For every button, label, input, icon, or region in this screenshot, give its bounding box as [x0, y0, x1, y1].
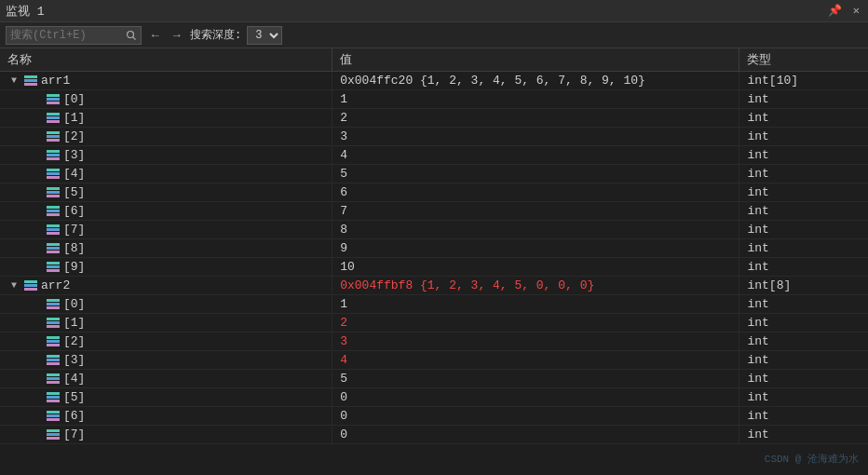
value-cell[interactable]: 0x004ffbf8 {1, 2, 3, 4, 5, 0, 0, 0} [332, 277, 739, 295]
name-cell: [0] [0, 90, 332, 109]
array-stack-icon [47, 317, 60, 330]
type-cell: int [739, 221, 868, 239]
type-cell: int [739, 183, 868, 202]
variable-name: [6] [63, 204, 85, 218]
type-cell: int [739, 90, 868, 109]
table-header-row: 名称 值 类型 [0, 48, 868, 72]
array-stack-icon [47, 354, 60, 367]
depth-select[interactable]: 3 1 2 4 5 [247, 26, 282, 45]
type-cell: int [739, 388, 868, 407]
type-cell: int [739, 407, 868, 426]
type-cell: int [739, 351, 868, 370]
value-cell[interactable]: 9 [332, 239, 739, 258]
array-stack-icon [47, 224, 60, 237]
name-cell: [2] [0, 128, 332, 146]
forward-button[interactable]: → [169, 28, 184, 42]
title-bar: 监视 1 📌 ✕ [0, 0, 868, 22]
type-cell: int [739, 314, 868, 332]
variable-name: [6] [63, 409, 85, 423]
name-cell: ▼arr1 [0, 72, 332, 90]
array-stack-icon [47, 168, 60, 181]
variable-name: [2] [63, 334, 85, 348]
expand-icon[interactable]: ▼ [11, 75, 20, 86]
back-button[interactable]: ← [147, 28, 163, 42]
value-cell[interactable]: 5 [332, 165, 739, 183]
close-button[interactable]: ✕ [850, 4, 862, 18]
expand-icon[interactable]: ▼ [11, 280, 20, 291]
value-cell[interactable]: 1 [332, 90, 739, 109]
value-cell[interactable]: 2 [332, 314, 739, 332]
value-cell[interactable]: 8 [332, 221, 739, 239]
value-cell[interactable]: 0 [332, 426, 739, 444]
name-cell: [5] [0, 388, 332, 407]
name-cell: [6] [0, 407, 332, 426]
watch-table-container[interactable]: 名称 值 类型 ▼arr10x004ffc20 {1, 2, 3, 4, 5, … [0, 48, 868, 475]
table-row: [9]10int [0, 258, 868, 277]
table-row: ▼arr10x004ffc20 {1, 2, 3, 4, 5, 6, 7, 8,… [0, 72, 868, 90]
variable-name: [7] [63, 428, 85, 441]
type-cell: int [739, 146, 868, 165]
value-cell[interactable]: 3 [332, 332, 739, 351]
value-cell[interactable]: 7 [332, 202, 739, 221]
name-cell: [0] [0, 295, 332, 314]
variable-name: [2] [63, 129, 85, 143]
table-row: [4]5int [0, 165, 868, 183]
name-cell: [4] [0, 165, 332, 183]
table-row: [4]5int [0, 370, 868, 388]
name-cell: [3] [0, 351, 332, 370]
type-cell: int[8] [739, 277, 868, 295]
array-stack-icon [47, 410, 60, 423]
pin-button[interactable]: 📌 [825, 4, 845, 18]
value-cell[interactable]: 5 [332, 370, 739, 388]
value-cell[interactable]: 0x004ffc20 {1, 2, 3, 4, 5, 6, 7, 8, 9, 1… [332, 72, 739, 90]
name-cell: [2] [0, 332, 332, 351]
depth-label: 搜索深度: [190, 27, 241, 43]
type-cell: int[10] [739, 72, 868, 90]
table-row: [2]3int [0, 332, 868, 351]
type-cell: int [739, 239, 868, 258]
name-cell: [5] [0, 183, 332, 202]
search-input[interactable] [10, 29, 122, 42]
variable-name: [5] [63, 390, 85, 404]
variable-name: [3] [63, 353, 85, 367]
toolbar: ← → 搜索深度: 3 1 2 4 5 [0, 22, 868, 48]
name-cell: [7] [0, 221, 332, 239]
watermark: CSDN @ 沧海难为水 [765, 452, 859, 466]
variable-name: [0] [63, 297, 85, 311]
array-stack-icon [47, 93, 60, 106]
table-row: [2]3int [0, 128, 868, 146]
value-cell[interactable]: 4 [332, 146, 739, 165]
value-cell[interactable]: 0 [332, 388, 739, 407]
value-cell[interactable]: 2 [332, 109, 739, 128]
array-stack-icon [47, 335, 60, 348]
value-cell[interactable]: 4 [332, 351, 739, 370]
table-row: [3]4int [0, 146, 868, 165]
name-cell: [6] [0, 202, 332, 221]
type-cell: int [739, 109, 868, 128]
search-icon [126, 30, 137, 41]
table-row: [7]8int [0, 221, 868, 239]
variable-name: [3] [63, 148, 85, 162]
array-stack-icon [47, 130, 60, 143]
value-cell[interactable]: 3 [332, 128, 739, 146]
name-cell: ▼arr2 [0, 277, 332, 295]
watch-table: 名称 值 类型 ▼arr10x004ffc20 {1, 2, 3, 4, 5, … [0, 48, 868, 444]
col-header-name: 名称 [0, 48, 332, 72]
table-row: [8]9int [0, 239, 868, 258]
table-row: [0]1int [0, 90, 868, 109]
table-row: [7]0int [0, 426, 868, 444]
array-stack-icon [24, 279, 37, 292]
value-cell[interactable]: 1 [332, 295, 739, 314]
value-cell[interactable]: 6 [332, 183, 739, 202]
array-stack-icon [24, 75, 37, 88]
name-cell: [8] [0, 239, 332, 258]
title-bar-right: 📌 ✕ [825, 4, 862, 18]
table-row: [5]6int [0, 183, 868, 202]
variable-name: arr1 [41, 74, 70, 88]
value-cell[interactable]: 10 [332, 258, 739, 277]
title-bar-left: 监视 1 [6, 3, 45, 20]
value-cell[interactable]: 0 [332, 407, 739, 426]
array-stack-icon [47, 391, 60, 404]
table-row: [0]1int [0, 295, 868, 314]
variable-name: [4] [63, 167, 85, 181]
